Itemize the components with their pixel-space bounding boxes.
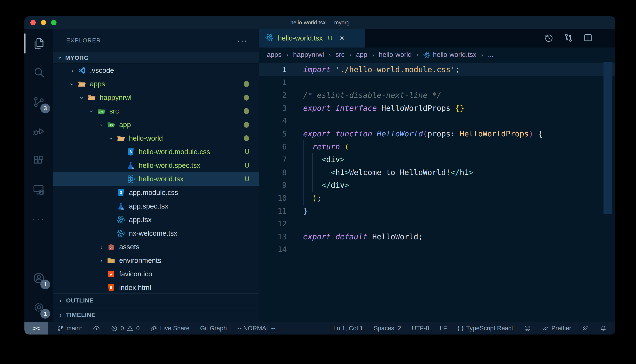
activity-remote-explorer-icon[interactable]: [25, 175, 53, 204]
indent-guide: [303, 192, 304, 205]
status-item-eol[interactable]: LF: [440, 325, 447, 332]
tree-item-hello-world-module-css[interactable]: 3hello-world.module.cssU: [53, 145, 259, 159]
editor-scrollbar[interactable]: [603, 62, 612, 214]
svg-text:TS: TS: [130, 166, 134, 170]
status-item-git-graph[interactable]: Git Graph: [200, 325, 227, 332]
code-line: [303, 76, 543, 89]
line-number: 12: [259, 218, 287, 230]
minimize-window-button[interactable]: [41, 20, 46, 25]
status-item-encoding[interactable]: UTF-8: [412, 325, 429, 332]
tree-item-app-module-css[interactable]: 3app.module.css: [53, 186, 259, 200]
test-icon: TS: [126, 161, 135, 170]
tree-item-index-html[interactable]: 5index.html: [53, 281, 259, 293]
activity-extensions-icon[interactable]: [25, 146, 53, 175]
indent-guide: [312, 153, 313, 166]
status-item-cursor-position[interactable]: Ln 1, Col 1: [333, 325, 363, 332]
code-editor[interactable]: 11234567891011121314 import './hello-wor…: [259, 62, 615, 322]
tree-item-label: hello-world.tsx: [139, 175, 183, 183]
react-icon: [265, 34, 274, 43]
code-line: [303, 114, 543, 128]
close-tab-icon[interactable]: ×: [340, 34, 344, 43]
more-actions-icon[interactable]: ···: [603, 36, 606, 40]
git-modified-dot: [244, 94, 249, 100]
tree-item-happynrwl[interactable]: ›happynrwl: [53, 91, 259, 104]
svg-text:3: 3: [120, 190, 122, 195]
tree-item-label: app.spec.tsx: [129, 202, 168, 210]
tree-item-apps[interactable]: ›apps: [53, 77, 259, 91]
status-item-feedback[interactable]: [582, 325, 589, 332]
branch-icon: [57, 325, 64, 332]
tree-item-hello-world[interactable]: ›hello-world: [53, 132, 259, 145]
editor-actions: ···: [544, 29, 615, 48]
tree-item-favicon-ico[interactable]: ★favicon.ico: [53, 267, 259, 281]
status-item-branch[interactable]: main*: [57, 325, 82, 332]
tree-item-label: environments: [119, 256, 161, 264]
outline-panel-header[interactable]: › OUTLINE: [53, 293, 259, 308]
status-item-publish[interactable]: [93, 325, 100, 332]
breadcrumb-item[interactable]: app: [356, 51, 367, 58]
timeline-history-icon[interactable]: [544, 33, 554, 44]
title-bar: hello-world.tsx — myorg: [25, 16, 615, 29]
status-item-github[interactable]: [524, 325, 531, 332]
activity-run-debug-icon[interactable]: [25, 117, 53, 146]
tree-item-src[interactable]: ›</>src: [53, 104, 259, 118]
status-item-problems[interactable]: 00: [111, 325, 140, 332]
react-icon: [423, 51, 430, 58]
breadcrumb-item[interactable]: hello-world.tsx: [423, 51, 477, 58]
split-editor-icon[interactable]: [583, 33, 593, 44]
chevron-right-icon: ›: [71, 67, 73, 74]
code-line: <h1>Welcome to HelloWorld!</h1>: [303, 166, 543, 179]
activity-more-icon[interactable]: ···: [25, 204, 53, 234]
workspace-section-header[interactable]: › MYORG: [53, 52, 259, 64]
tree-item-hello-world-tsx[interactable]: hello-world.tsxU: [53, 172, 259, 186]
status-item-notifications[interactable]: [600, 325, 607, 332]
warning-icon: [126, 325, 134, 332]
test-icon: TS: [116, 202, 126, 211]
tree-item-assets[interactable]: ›assets: [53, 240, 259, 254]
feedback-icon: [582, 325, 589, 332]
breadcrumb-item[interactable]: hello-world: [379, 51, 412, 58]
chevron-down-icon: ›: [78, 97, 86, 99]
git-modified-dot: [244, 108, 249, 114]
activity-search-icon[interactable]: [25, 58, 53, 88]
line-number: 1: [259, 76, 287, 89]
git-untracked-badge: U: [245, 162, 249, 169]
status-item-language-mode[interactable]: { }TypeScript React: [458, 325, 513, 332]
activity-settings-icon[interactable]: 1: [25, 293, 53, 322]
react-icon: [116, 215, 126, 224]
code-line: /* eslint-disable-next-line */: [303, 89, 543, 102]
open-changes-icon[interactable]: [564, 33, 573, 44]
timeline-panel-header[interactable]: › TIMELINE: [53, 308, 259, 322]
activity-source-control-icon[interactable]: 3: [25, 88, 53, 117]
tree-item-app[interactable]: ›app: [53, 118, 259, 132]
tree-item--vscode[interactable]: ›.vscode: [53, 64, 259, 77]
line-number: 4: [259, 114, 287, 128]
favicon-icon: ★: [106, 270, 116, 279]
tree-item-app-tsx[interactable]: app.tsx: [53, 213, 259, 226]
remote-indicator[interactable]: ><: [25, 322, 48, 334]
breadcrumb: apps›happynrwl›src›app›hello-world›hello…: [259, 48, 615, 62]
css-icon: 3: [116, 188, 126, 197]
status-item-indentation[interactable]: Spaces: 2: [374, 325, 401, 332]
cloud-upload-icon: [93, 325, 100, 332]
breadcrumb-item[interactable]: apps: [267, 51, 282, 58]
breadcrumb-item[interactable]: src: [335, 51, 345, 58]
folder-src-icon: </>: [97, 106, 106, 116]
breadcrumb-item[interactable]: happynrwl: [293, 51, 324, 58]
breadcrumb-item[interactable]: ...: [488, 51, 494, 58]
explorer-title: EXPLORER: [66, 37, 101, 44]
explorer-actions-icon[interactable]: ···: [237, 38, 248, 43]
activity-explorer-icon[interactable]: [25, 29, 53, 58]
tree-item-hello-world-spec-tsx[interactable]: TShello-world.spec.tsxU: [53, 159, 259, 172]
activity-accounts-icon[interactable]: 1: [25, 264, 53, 293]
react-icon: [126, 174, 135, 184]
status-item-vim-mode[interactable]: -- NORMAL --: [238, 325, 275, 332]
tree-item-nx-welcome-tsx[interactable]: nx-welcome.tsx: [53, 226, 259, 240]
tree-item-app-spec-tsx[interactable]: TSapp.spec.tsx: [53, 200, 259, 213]
tree-item-environments[interactable]: ›environments: [53, 254, 259, 267]
status-item-live-share[interactable]: Live Share: [150, 325, 189, 332]
status-item-prettier[interactable]: Prettier: [542, 325, 571, 332]
close-window-button[interactable]: [30, 20, 36, 25]
tab-hello-world-tsx[interactable]: hello-world.tsx U ×: [259, 29, 365, 48]
maximize-window-button[interactable]: [51, 20, 57, 25]
